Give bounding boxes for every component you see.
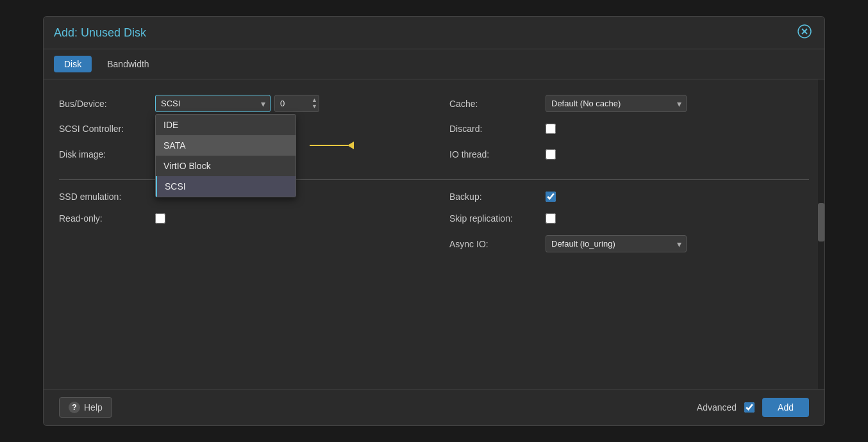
- skip-replication-checkbox[interactable]: [546, 213, 556, 224]
- cache-label: Cache:: [449, 99, 546, 109]
- number-up-arrow[interactable]: ▲: [312, 97, 317, 103]
- number-arrows: ▲ ▼: [312, 97, 317, 110]
- disk-image-label: Disk image:: [59, 149, 155, 160]
- tab-bar: Disk Bandwidth: [44, 49, 824, 79]
- close-icon: [797, 24, 812, 38]
- skip-replication-row: Skip replication:: [449, 213, 809, 224]
- backup-controls: [546, 192, 809, 202]
- skip-replication-controls: [546, 213, 809, 224]
- bus-device-select[interactable]: SCSI: [155, 95, 271, 112]
- cache-row: Cache: Default (No cache): [449, 95, 809, 112]
- scrollbar-track: [818, 79, 824, 389]
- bus-device-row: Bus/Device: SCSI IDE SATA: [59, 95, 419, 112]
- discard-label: Discard:: [449, 124, 546, 134]
- async-io-select[interactable]: Default (io_uring): [546, 235, 687, 252]
- content-area: Bus/Device: SCSI IDE SATA: [44, 79, 824, 389]
- read-only-checkbox[interactable]: [155, 213, 165, 224]
- discard-controls: [546, 124, 809, 134]
- async-io-row: Async IO: Default (io_uring): [449, 235, 809, 252]
- bus-device-dropdown: IDE SATA VirtIO Block SCSI: [155, 114, 296, 197]
- backup-checkbox[interactable]: [546, 192, 556, 202]
- number-down-arrow[interactable]: ▼: [312, 104, 317, 110]
- help-label: Help: [84, 402, 103, 413]
- dropdown-item-sata[interactable]: SATA: [156, 135, 296, 156]
- ssd-emulation-label: SSD emulation:: [59, 192, 155, 202]
- dropdown-item-ide[interactable]: IDE: [156, 115, 296, 135]
- async-io-label: Async IO:: [449, 239, 546, 249]
- dropdown-item-scsi[interactable]: SCSI: [156, 176, 296, 197]
- cache-select[interactable]: Default (No cache): [546, 95, 687, 112]
- bus-device-controls: SCSI IDE SATA: [155, 95, 419, 112]
- add-button[interactable]: Add: [762, 398, 809, 417]
- read-only-row: Read-only:: [59, 213, 419, 224]
- empty-left: [59, 235, 419, 264]
- tab-disk[interactable]: Disk: [54, 56, 92, 72]
- io-thread-label: IO thread:: [449, 149, 546, 160]
- backup-row: Backup:: [449, 192, 809, 202]
- form-grid: Bus/Device: SCSI IDE SATA: [59, 95, 809, 264]
- read-only-label: Read-only:: [59, 213, 155, 224]
- tab-bandwidth[interactable]: Bandwidth: [97, 56, 159, 72]
- io-thread-controls: [546, 149, 809, 160]
- dropdown-item-virtio[interactable]: VirtIO Block: [156, 156, 296, 176]
- io-thread-checkbox[interactable]: [546, 149, 556, 160]
- help-icon: ?: [69, 402, 80, 413]
- advanced-checkbox[interactable]: [744, 402, 755, 413]
- backup-label: Backup:: [449, 192, 546, 202]
- bus-device-label: Bus/Device:: [59, 99, 155, 109]
- discard-checkbox[interactable]: [546, 124, 556, 134]
- help-button[interactable]: ? Help: [59, 397, 112, 418]
- device-number-wrapper: ▲ ▼: [274, 95, 319, 112]
- footer: ? Help Advanced Add: [44, 389, 824, 425]
- dialog-titlebar: Add: Unused Disk: [44, 17, 824, 49]
- io-thread-row: IO thread:: [449, 145, 809, 163]
- add-unused-disk-dialog: Add: Unused Disk Disk Bandwidth Bus/Devi…: [43, 16, 825, 426]
- discard-row: Discard:: [449, 124, 809, 134]
- cache-controls: Default (No cache): [546, 95, 809, 112]
- async-io-select-wrapper: Default (io_uring): [546, 235, 687, 252]
- bus-device-select-wrapper: SCSI IDE SATA: [155, 95, 271, 112]
- skip-replication-label: Skip replication:: [449, 213, 546, 224]
- scrollbar-thumb[interactable]: [818, 203, 824, 241]
- async-io-controls: Default (io_uring): [546, 235, 809, 252]
- scsi-controller-label: SCSI Controller:: [59, 124, 155, 134]
- read-only-controls: [155, 213, 419, 224]
- close-button[interactable]: [795, 23, 814, 42]
- advanced-label: Advanced: [697, 402, 737, 413]
- footer-right: Advanced Add: [697, 398, 809, 417]
- cache-select-wrapper: Default (No cache): [546, 95, 687, 112]
- dialog-title: Add: Unused Disk: [54, 26, 146, 40]
